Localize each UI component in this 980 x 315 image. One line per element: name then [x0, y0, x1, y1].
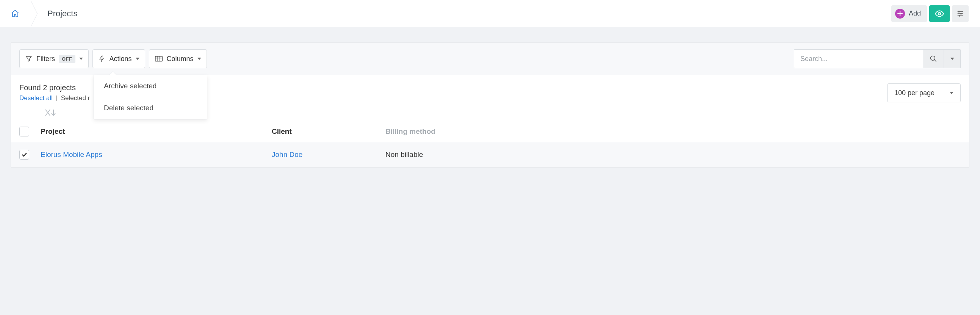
per-page-select[interactable]: 100 per page: [887, 83, 961, 102]
add-button-label: Add: [909, 10, 921, 18]
main-content: Filters OFF Actions Columns: [0, 27, 980, 167]
dropdown-item-delete[interactable]: Delete selected: [94, 97, 207, 119]
column-header-client[interactable]: Client: [272, 127, 385, 136]
chevron-down-icon: [79, 57, 83, 60]
add-button[interactable]: Add: [891, 5, 927, 22]
selection-row: Deselect all | Selected r: [19, 94, 90, 102]
app-header: Projects Add: [0, 0, 980, 27]
page-title: Projects: [48, 9, 77, 19]
meta-left: Found 2 projects Deselect all | Selected…: [19, 83, 90, 102]
svg-point-6: [959, 15, 960, 16]
search-button[interactable]: [923, 49, 944, 68]
filters-label: Filters: [37, 55, 55, 63]
actions-dropdown: Archive selected Delete selected: [94, 75, 207, 119]
search-dropdown-button[interactable]: [944, 49, 961, 68]
chevron-down-icon: [950, 92, 953, 94]
client-link[interactable]: John Doe: [272, 151, 302, 158]
table-row: Elorus Mobile Apps John Doe Non billable: [11, 142, 969, 167]
per-page-label: 100 per page: [894, 89, 934, 97]
project-link[interactable]: Elorus Mobile Apps: [41, 151, 102, 158]
list-icon: [956, 10, 964, 18]
filter-icon: [25, 55, 33, 62]
row-checkbox[interactable]: [19, 150, 29, 159]
view-toggle-button[interactable]: [929, 5, 950, 22]
columns-label: Columns: [167, 55, 194, 63]
breadcrumb-home[interactable]: [0, 0, 30, 27]
columns-icon: [154, 55, 163, 62]
list-settings-button[interactable]: [952, 5, 969, 22]
actions-label: Actions: [110, 55, 132, 63]
chevron-down-icon: [197, 57, 201, 60]
dropdown-item-archive[interactable]: Archive selected: [94, 75, 207, 97]
lightning-icon: [98, 55, 106, 62]
header-actions: Add: [891, 5, 969, 22]
toolbar: Filters OFF Actions Columns: [11, 43, 969, 75]
svg-line-12: [934, 60, 936, 62]
home-icon: [11, 9, 20, 18]
svg-point-5: [960, 13, 961, 14]
column-header-project[interactable]: Project: [29, 127, 272, 136]
chevron-down-icon: [950, 57, 954, 60]
chevron-down-icon: [136, 57, 140, 60]
breadcrumb: Projects: [0, 0, 77, 27]
search-icon: [930, 55, 937, 62]
sort-icon: [45, 108, 58, 117]
check-icon: [21, 151, 28, 158]
svg-point-0: [938, 12, 941, 15]
plus-icon: [895, 9, 905, 19]
filters-state-badge: OFF: [59, 55, 75, 63]
eye-icon: [934, 9, 944, 19]
actions-button[interactable]: Actions: [92, 49, 145, 68]
projects-panel: Filters OFF Actions Columns: [11, 43, 969, 167]
separator: |: [56, 94, 57, 102]
table-header-row: Project Client Billing method: [11, 121, 969, 142]
column-header-billing[interactable]: Billing method: [385, 127, 961, 136]
svg-point-4: [958, 11, 959, 12]
selected-text: Selected r: [61, 94, 90, 102]
cell-client: John Doe: [272, 151, 385, 159]
search-input[interactable]: [794, 49, 923, 68]
cell-billing: Non billable: [385, 151, 961, 159]
deselect-all-link[interactable]: Deselect all: [19, 94, 52, 102]
svg-rect-7: [155, 56, 162, 61]
search-group: [794, 49, 961, 68]
found-count: Found 2 projects: [19, 83, 90, 92]
cell-project: Elorus Mobile Apps: [29, 151, 272, 159]
svg-point-11: [931, 56, 935, 60]
select-all-checkbox[interactable]: [19, 127, 29, 137]
columns-button[interactable]: Columns: [149, 49, 207, 68]
filters-button[interactable]: Filters OFF: [19, 49, 89, 68]
